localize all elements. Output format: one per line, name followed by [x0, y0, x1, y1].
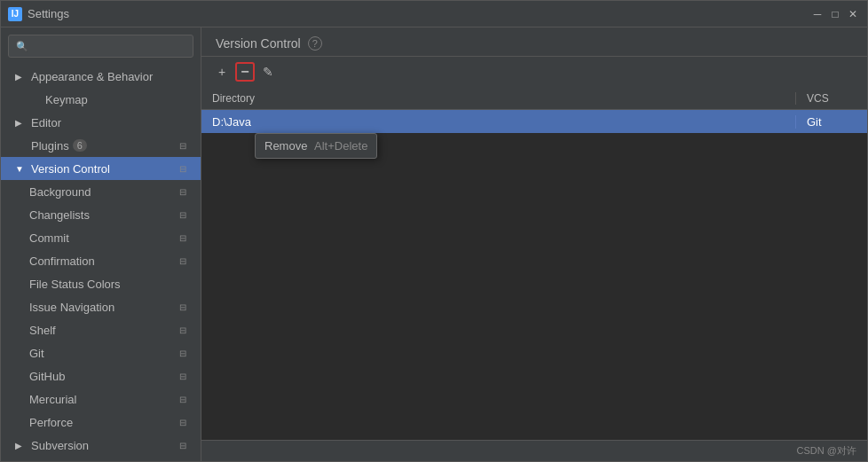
title-bar: IJ Settings ─ □ ✕: [1, 1, 867, 27]
add-button[interactable]: +: [212, 62, 232, 82]
settings-icon: ⊟: [179, 418, 193, 427]
sidebar-item-background[interactable]: Background ⊟: [1, 180, 201, 203]
expand-icon: ▶: [15, 72, 28, 82]
sidebar-item-build[interactable]: ▶ Build, Execution, Deployment: [1, 457, 201, 461]
maximize-button[interactable]: □: [828, 7, 842, 21]
cell-vcs: Git: [796, 115, 867, 129]
sidebar-item-shelf[interactable]: Shelf ⊟: [1, 318, 201, 341]
main-title: Version Control: [216, 36, 301, 51]
expand-icon: ▶: [15, 118, 28, 128]
sidebar: 🔍 ▶ Appearance & Behavior Keymap ▶ Edito…: [1, 27, 201, 461]
sidebar-item-keymap[interactable]: Keymap: [1, 88, 201, 111]
sidebar-item-git[interactable]: Git ⊟: [1, 341, 201, 364]
edit-button[interactable]: ✎: [258, 62, 278, 82]
sidebar-item-issue-navigation[interactable]: Issue Navigation ⊟: [1, 295, 201, 318]
search-icon: 🔍: [16, 41, 28, 52]
settings-icon: ⊟: [179, 348, 193, 358]
help-icon[interactable]: ?: [308, 36, 322, 51]
table-row[interactable]: D:\Java Git Remove Alt+Delete: [201, 110, 867, 133]
sidebar-item-github[interactable]: GitHub ⊟: [1, 364, 201, 388]
sidebar-item-file-status-colors[interactable]: File Status Colors: [1, 272, 201, 295]
close-button[interactable]: ✕: [846, 7, 860, 21]
sidebar-item-editor[interactable]: ▶ Editor: [1, 111, 201, 134]
settings-icon: ⊟: [179, 141, 193, 151]
sidebar-item-perforce[interactable]: Perforce ⊟: [1, 411, 201, 434]
settings-icon: ⊟: [179, 256, 193, 266]
table-header: Directory VCS: [201, 87, 867, 110]
watermark-label: CSDN @对许: [797, 444, 856, 458]
main-panel: Version Control ? + − ✎ Directory VCS D:…: [201, 27, 867, 461]
settings-icon: ⊟: [179, 164, 193, 174]
settings-icon: ⊟: [179, 233, 193, 243]
window-controls: ─ □ ✕: [810, 7, 860, 21]
sidebar-item-appearance[interactable]: ▶ Appearance & Behavior: [1, 65, 201, 88]
settings-icon: ⊟: [179, 302, 193, 312]
bottom-bar: CSDN @对许: [201, 440, 867, 461]
remove-button[interactable]: −: [235, 62, 255, 82]
app-icon: IJ: [8, 7, 22, 21]
sidebar-item-confirmation[interactable]: Confirmation ⊟: [1, 249, 201, 272]
sidebar-item-changelists[interactable]: Changelists ⊟: [1, 203, 201, 226]
sidebar-nav: ▶ Appearance & Behavior Keymap ▶ Editor …: [1, 65, 201, 461]
remove-tooltip: Remove Alt+Delete: [255, 133, 377, 159]
table-area: Directory VCS D:\Java Git Remove Alt+Del…: [201, 87, 867, 440]
column-vcs: VCS: [796, 92, 867, 105]
cell-directory: D:\Java: [201, 115, 796, 129]
main-content: 🔍 ▶ Appearance & Behavior Keymap ▶ Edito…: [1, 27, 867, 461]
expand-icon: ▼: [15, 164, 28, 174]
search-box[interactable]: 🔍: [8, 35, 193, 58]
sidebar-item-subversion[interactable]: ▶ Subversion ⊟: [1, 434, 201, 457]
main-header: Version Control ?: [201, 27, 867, 57]
settings-icon: ⊟: [179, 395, 193, 404]
sidebar-item-commit[interactable]: Commit ⊟: [1, 226, 201, 249]
window-title: Settings: [28, 7, 810, 20]
sidebar-item-plugins[interactable]: Plugins 6 ⊟: [1, 134, 201, 157]
sidebar-item-version-control[interactable]: ▼ Version Control ⊟: [1, 157, 201, 180]
plugins-badge: 6: [73, 139, 87, 152]
sidebar-item-mercurial[interactable]: Mercurial ⊟: [1, 388, 201, 411]
expand-icon: ▶: [15, 441, 28, 450]
column-directory: Directory: [201, 92, 796, 105]
settings-icon: ⊟: [179, 372, 193, 381]
settings-icon: ⊟: [179, 210, 193, 220]
settings-icon: ⊟: [179, 441, 193, 450]
settings-icon: ⊟: [179, 187, 193, 197]
settings-window: IJ Settings ─ □ ✕ 🔍 ▶ Appearance & Behav…: [0, 0, 868, 462]
settings-icon: ⊟: [179, 325, 193, 335]
toolbar: + − ✎: [201, 57, 867, 87]
minimize-button[interactable]: ─: [810, 7, 825, 21]
